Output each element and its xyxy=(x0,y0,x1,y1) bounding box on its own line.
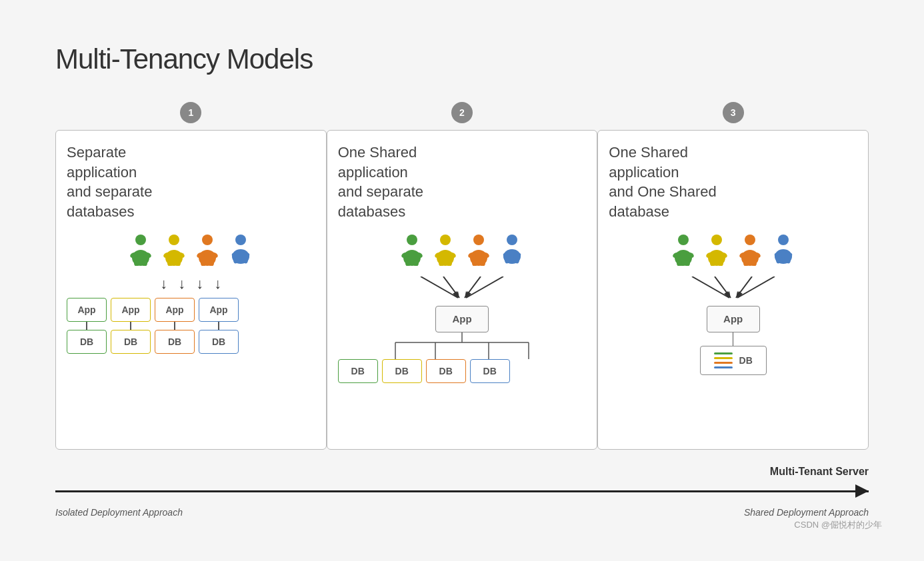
svg-point-6 xyxy=(169,235,179,245)
bottom-section: Multi-Tenant Server Isolated Deployment … xyxy=(55,466,869,518)
app-box-orange: App xyxy=(155,298,195,322)
figure-blue-1 xyxy=(226,234,255,266)
db-box-2-green: DB xyxy=(338,359,378,383)
badge-1: 1 xyxy=(180,102,201,123)
csdn-badge: CSDN @倔悦村的少年 xyxy=(794,519,882,531)
color-lines xyxy=(714,352,733,368)
shared-db-label: DB xyxy=(739,355,753,366)
figure-orange-1 xyxy=(193,234,222,266)
color-line-orange xyxy=(714,362,733,364)
arrow-1d: ↓ xyxy=(209,277,227,291)
arrows-1: ↓ ↓ ↓ ↓ xyxy=(67,277,315,291)
figure-yellow-2 xyxy=(431,234,460,266)
card-3: One Shared application and One Shared da… xyxy=(597,130,869,450)
figures-row-1 xyxy=(67,234,315,266)
svg-line-44 xyxy=(421,277,458,298)
svg-point-0 xyxy=(135,235,146,245)
svg-point-58 xyxy=(678,235,689,245)
arrow-1b: ↓ xyxy=(173,277,191,291)
single-app-box-3: App xyxy=(609,306,857,332)
svg-point-12 xyxy=(202,235,213,245)
svg-line-80 xyxy=(692,277,729,298)
app-box-green: App xyxy=(67,298,107,322)
app-box-single-3: App xyxy=(707,306,760,332)
figure-yellow-3 xyxy=(702,234,731,266)
arrow-1a: ↓ xyxy=(155,277,173,291)
svg-point-70 xyxy=(745,235,755,245)
page-title: Multi-Tenancy Models xyxy=(55,43,869,75)
figures-row-2 xyxy=(338,234,587,266)
db-box-blue: DB xyxy=(199,330,239,354)
card-2: One Shared application and separate data… xyxy=(327,130,598,450)
figure-green-1 xyxy=(126,234,155,266)
db-box-2-blue: DB xyxy=(470,359,510,383)
svg-point-64 xyxy=(711,235,722,245)
figure-blue-2 xyxy=(497,234,527,266)
column-1: 1 Separate application and separate data… xyxy=(55,102,327,450)
svg-point-22 xyxy=(407,235,417,245)
card-title-2: One Shared application and separate data… xyxy=(338,143,587,222)
svg-line-50 xyxy=(466,277,503,298)
arrow-head xyxy=(855,484,869,498)
card-title-3: One Shared application and One Shared da… xyxy=(609,143,857,222)
bottom-labels: Isolated Deployment Approach Shared Depl… xyxy=(55,507,869,518)
color-line-green xyxy=(714,352,733,354)
diag-arrows-3 xyxy=(609,277,857,300)
app-box-blue: App xyxy=(199,298,239,322)
mt-server-text: Multi-Tenant Server xyxy=(770,466,869,477)
figure-orange-3 xyxy=(735,234,765,266)
db-box-yellow: DB xyxy=(111,330,151,354)
column-2: 2 One Shared application and separate da… xyxy=(327,102,598,450)
db-box-green: DB xyxy=(67,330,107,354)
vert-connector-3 xyxy=(609,332,857,346)
svg-point-40 xyxy=(507,235,517,245)
app-box-single: App xyxy=(435,306,489,332)
badge-2: 2 xyxy=(451,102,473,123)
mt-server-label: Multi-Tenant Server xyxy=(55,466,869,478)
figure-orange-2 xyxy=(464,234,493,266)
figures-row-3 xyxy=(609,234,857,266)
card-1: Separate application and separate databa… xyxy=(55,130,327,450)
svg-line-86 xyxy=(737,277,775,298)
arrow-1c: ↓ xyxy=(191,277,209,291)
single-app-box: App xyxy=(338,306,587,332)
shared-label: Shared Deployment Approach xyxy=(744,507,869,518)
db-box-2-orange: DB xyxy=(426,359,466,383)
figure-green-2 xyxy=(397,234,427,266)
diag-arrows-2 xyxy=(338,277,587,300)
color-line-blue xyxy=(714,366,733,368)
figure-yellow-1 xyxy=(159,234,189,266)
tree-lines-2 xyxy=(338,332,587,359)
db-boxes-2: DB DB DB DB xyxy=(338,359,587,383)
svg-point-34 xyxy=(473,235,484,245)
shared-db-box-wrap: DB xyxy=(609,346,857,375)
diagrams-area: 1 Separate application and separate data… xyxy=(55,102,869,450)
svg-point-76 xyxy=(778,235,789,245)
figure-green-3 xyxy=(669,234,698,266)
vert-connectors-1 xyxy=(67,322,315,330)
shared-db-box: DB xyxy=(700,346,767,375)
arrow-line xyxy=(55,490,869,492)
db-box-2-yellow: DB xyxy=(382,359,422,383)
badge-3: 3 xyxy=(723,102,744,123)
db-boxes-1: DB DB DB DB xyxy=(67,330,315,354)
svg-point-28 xyxy=(440,235,451,245)
color-line-yellow xyxy=(714,357,733,359)
db-box-orange: DB xyxy=(155,330,195,354)
column-3: 3 One Shared application and One Shared … xyxy=(597,102,869,450)
app-box-yellow: App xyxy=(111,298,151,322)
svg-point-18 xyxy=(235,235,246,245)
app-boxes-1: App App App App xyxy=(67,298,315,322)
card-title-1: Separate application and separate databa… xyxy=(67,143,315,222)
figure-blue-3 xyxy=(769,234,798,266)
arrow-line-container xyxy=(55,479,869,503)
isolated-label: Isolated Deployment Approach xyxy=(55,507,183,518)
